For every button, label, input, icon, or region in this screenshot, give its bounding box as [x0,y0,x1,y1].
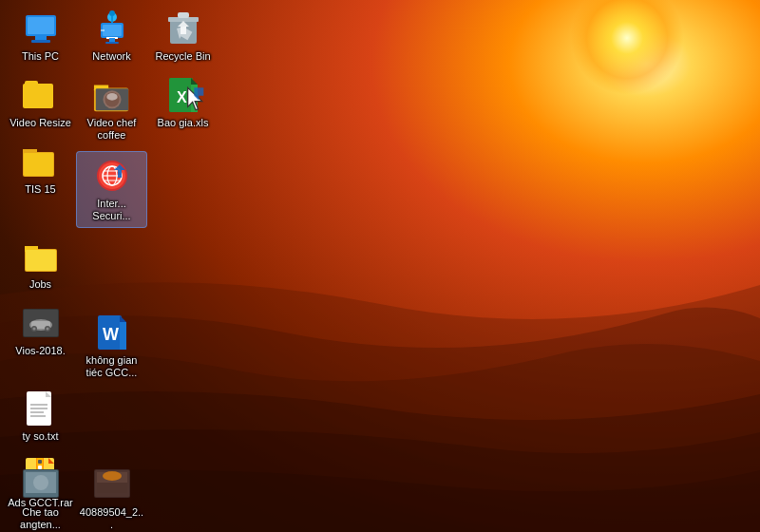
svg-marker-38 [191,78,198,85]
svg-text:X: X [177,89,187,105]
tis-15-label: TIS 15 [25,183,55,196]
network-icon [93,10,131,48]
vios-2018-label: Vios-2018. [15,345,65,357]
svg-rect-35 [178,12,189,18]
icon-jobs[interactable]: Jobs [5,233,76,295]
icon-this-pc[interactable]: This PC [5,5,76,67]
icon-tis-15[interactable]: TIS 15 [5,138,76,200]
icon-bao-gia-xls[interactable]: X Bao gia.xls [147,71,218,134]
svg-rect-5 [25,81,38,86]
svg-rect-8 [24,153,53,176]
svg-point-50 [32,328,35,331]
video-resize-icon [22,76,60,114]
svg-rect-3 [31,40,50,43]
svg-point-73 [33,475,48,490]
icon-video-chef-coffee[interactable]: Video chef coffee [76,71,147,146]
svg-rect-2 [35,36,47,40]
tis-15-icon [22,142,60,180]
word-doc-icon: W [93,314,131,352]
this-pc-label: This PC [22,50,59,63]
svg-point-24 [106,93,117,101]
video-chef-coffee-icon [93,76,131,114]
svg-point-14 [109,10,115,16]
svg-rect-1 [28,17,54,34]
img-40889504-label: 40889504_2... [79,506,144,531]
svg-rect-43 [26,250,56,271]
desktop: This PC Video Resize TIS 15 [0,0,760,532]
icon-40889504[interactable]: 40889504_2... [76,461,147,532]
icon-recycle-bin[interactable]: Recycle Bin [147,5,218,67]
internet-security-icon [93,157,131,195]
txt-file-icon [22,390,60,428]
che-tao-angten-label: Che tao angten... [8,506,73,531]
video-chef-coffee-label: Video chef coffee [79,117,144,142]
svg-rect-78 [97,483,127,493]
this-pc-icon [22,10,60,48]
recycle-bin-icon [164,10,202,48]
jobs-label: Jobs [29,278,51,291]
svg-point-77 [103,471,122,481]
svg-rect-10 [103,25,122,36]
icon-vios-2018[interactable]: Vios-2018. [5,299,76,362]
internet-security-label: Inter... Securi... [80,198,143,222]
che-tao-angten-icon [22,466,60,504]
icon-khong-gian-tiec[interactable]: W không gian tiéc GCC... [76,309,147,384]
jobs-folder-icon [22,238,60,276]
img-40889504-icon [93,466,131,504]
icon-network[interactable]: Network [76,5,147,67]
svg-text:W: W [103,325,119,344]
icon-video-resize[interactable]: Video Resize [5,71,76,134]
bao-gia-xls-label: Bao gia.xls [158,117,209,129]
khong-gian-tiec-label: không gian tiéc GCC... [79,354,144,379]
icon-ty-so-txt[interactable]: ty so.txt [5,385,76,447]
svg-rect-18 [105,42,119,44]
svg-rect-17 [109,38,115,42]
ty-so-txt-label: ty so.txt [23,430,59,443]
svg-rect-4 [23,84,53,108]
svg-rect-39 [191,85,198,112]
video-resize-label: Video Resize [10,117,71,129]
vios-2018-icon [22,304,60,342]
icon-che-tao-angten[interactable]: Che tao angten... [5,461,76,532]
svg-rect-54 [120,322,126,350]
excel-icon: X [164,76,202,114]
svg-point-51 [46,328,48,331]
network-label: Network [92,50,130,63]
recycle-bin-label: Recycle Bin [155,50,210,63]
icon-internet-security[interactable]: Inter... Securi... [76,151,147,228]
